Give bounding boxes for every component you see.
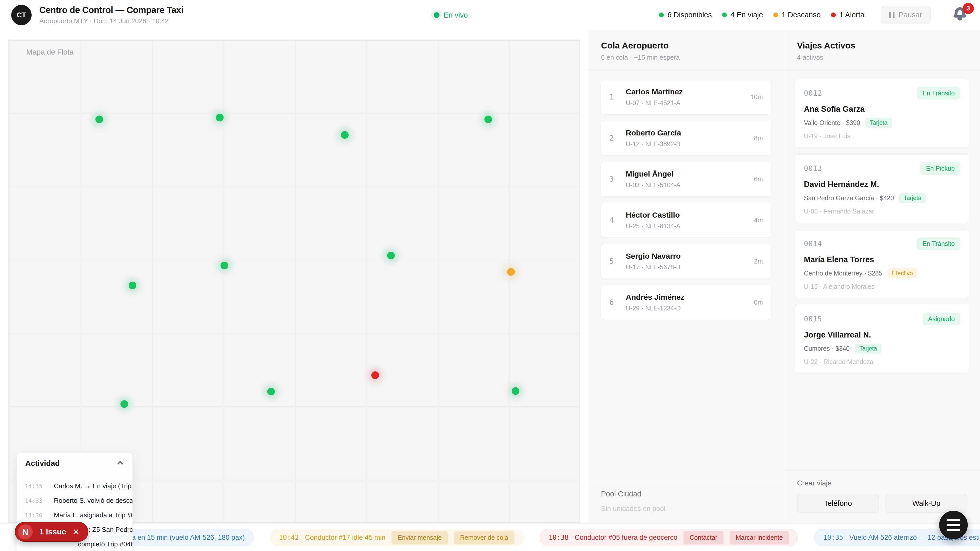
trips-header: Viajes Activos 4 activos xyxy=(784,30,980,70)
fleet-unit-dot[interactable] xyxy=(216,114,224,121)
trip-unit-driver: U-19 · José Luis xyxy=(804,132,960,140)
header: CT Centro de Control — Compare Taxi Aero… xyxy=(0,0,980,30)
activity-time: 14:35 xyxy=(25,483,48,489)
activity-item: 14:35 Carlos M. → En viaje (Trip #048) xyxy=(25,479,125,493)
fleet-unit-dot[interactable] xyxy=(341,131,348,139)
fleet-unit-dot[interactable] xyxy=(267,388,275,395)
payment-badge: Tarjeta xyxy=(865,118,892,128)
status-dot-icon xyxy=(722,13,727,17)
queue-row[interactable]: 1 Carlos Martínez U-07 · NLE-4521-A 10m xyxy=(600,79,772,114)
unit-plate: U-29 · NLE-1234-D xyxy=(626,305,754,312)
fleet-unit-dot[interactable] xyxy=(121,400,128,408)
trip-status-badge: En Pickup xyxy=(920,162,960,175)
trip-id: 0013 xyxy=(804,164,822,173)
activity-item: 14:30 María L. asignada a Trip #047 xyxy=(25,508,125,522)
chevron-up-icon[interactable] xyxy=(116,459,124,468)
stat-alert: 1 Alerta xyxy=(831,11,864,19)
status-dot-icon xyxy=(659,13,664,17)
fleet-unit-dot[interactable] xyxy=(512,387,519,395)
passenger-name: María Elena Torres xyxy=(804,255,960,264)
activity-title: Actividad xyxy=(25,459,60,468)
trip-route-fare: Centro de Monterrey · $285 xyxy=(804,270,882,277)
stat-on-trip: 4 En viaje xyxy=(722,11,763,19)
app-logo: CT xyxy=(11,5,32,25)
driver-name: Roberto García xyxy=(626,129,681,137)
fleet-unit-dot[interactable] xyxy=(387,252,395,259)
trip-unit-driver: U-15 · Alejandro Morales xyxy=(804,283,960,290)
queue-subtitle: 6 en cola · ~15 min espera xyxy=(601,54,771,62)
trip-status-badge: Asignado xyxy=(923,313,960,325)
queue-row[interactable]: 3 Miguel Ángel U-03 · NLE-5104-A 6m xyxy=(600,162,772,197)
driver-name: Andrés Jiménez xyxy=(626,293,684,301)
issues-logo-icon: N xyxy=(18,524,33,539)
queue-row[interactable]: 4 Héctor Castillo U-25 · NLE-8134-A 4m xyxy=(600,203,772,238)
unit-plate: U-03 · NLE-5104-A xyxy=(626,181,754,189)
driver-name: Sergio Navarro xyxy=(626,252,681,260)
menu-fab-button[interactable] xyxy=(939,511,968,539)
queue-row[interactable]: 6 Andrés Jiménez U-29 · NLE-1234-D 0m xyxy=(600,285,772,320)
queue-row[interactable]: 5 Sergio Navarro U-17 · NLE-5678-B 2m xyxy=(600,244,772,279)
alert-chip-geofence[interactable]: 10:38 Conductor #05 fuera de geocerco Co… xyxy=(540,529,798,546)
queue-rank: 1 xyxy=(609,93,626,101)
page-subtitle: Aeropuerto MTY · Dom 14 Jun 2026 · 10:42 xyxy=(39,17,183,25)
mark-incident-button[interactable]: Marcar incidente xyxy=(730,531,789,545)
trip-card[interactable]: 0012 En Tránsito Ana Sofía Garza Valle O… xyxy=(794,79,970,148)
activity-header[interactable]: Actividad xyxy=(17,453,132,474)
pause-label: Pausar xyxy=(899,11,922,19)
alert-time: 10:42 xyxy=(279,534,299,541)
fleet-unit-dot[interactable] xyxy=(484,116,492,123)
alert-chip-idle-driver[interactable]: 10:42 Conductor #17 idle 45 min Enviar m… xyxy=(270,529,523,546)
unit-plate: U-25 · NLE-8134-A xyxy=(626,222,754,230)
contact-button[interactable]: Contactar xyxy=(683,531,723,545)
live-label: En vivo xyxy=(444,11,468,19)
trips-title: Viajes Activos xyxy=(797,41,967,51)
fleet-status-summary: 6 Disponibles 4 En viaje 1 Descanso 1 Al… xyxy=(659,6,969,24)
trip-id: 0014 xyxy=(804,240,822,248)
issues-overlay-pill[interactable]: N 1 Issue ✕ xyxy=(15,522,88,542)
alert-time: 10:35 xyxy=(823,534,843,541)
activity-time: 14:30 xyxy=(25,512,48,519)
wait-time: 10m xyxy=(750,94,763,101)
queue-list: 1 Carlos Martínez U-07 · NLE-4521-A 10m … xyxy=(588,70,784,320)
stat-available: 6 Disponibles xyxy=(659,11,712,19)
fleet-unit-dot[interactable] xyxy=(221,262,228,269)
queue-header: Cola Aeropuerto 6 en cola · ~15 min espe… xyxy=(588,30,784,70)
close-icon[interactable]: ✕ xyxy=(73,527,79,537)
walkup-trip-button[interactable]: Walk-Up xyxy=(886,494,967,513)
ticker-row: Predicción: Alta demanda en 15 min (vuel… xyxy=(42,529,980,546)
driver-name: Miguel Ángel xyxy=(626,170,673,178)
fleet-unit-dot[interactable] xyxy=(507,268,515,276)
wait-time: 6m xyxy=(754,176,763,183)
trip-route-fare: Valle Oriente · $390 xyxy=(804,119,860,127)
send-message-button[interactable]: Enviar mensaje xyxy=(391,531,448,545)
notifications-button[interactable]: 3 xyxy=(953,7,969,23)
city-pool-section: Pool Ciudad Sin unidades en pool xyxy=(588,481,784,524)
page-title: Centro de Control — Compare Taxi xyxy=(39,5,183,15)
stat-label: 4 En viaje xyxy=(730,11,763,19)
fleet-unit-dot[interactable] xyxy=(129,282,136,289)
trip-card[interactable]: 0013 En Pickup David Hernández M. San Pe… xyxy=(794,154,970,223)
stat-label: 1 Alerta xyxy=(839,11,864,19)
trip-unit-driver: U-22 · Ricardo Mendoza xyxy=(804,358,960,365)
fleet-map[interactable]: Mapa de Flota xyxy=(8,40,580,523)
trip-card[interactable]: 0015 Asignado Jorge Villarreal N. Cumbre… xyxy=(794,305,970,373)
phone-trip-button[interactable]: Teléfono xyxy=(797,494,879,513)
create-trip-label: Crear viaje xyxy=(797,479,967,487)
fleet-unit-dot[interactable] xyxy=(95,116,103,123)
header-titles: Centro de Control — Compare Taxi Aeropue… xyxy=(39,5,183,25)
status-dot-icon xyxy=(831,13,836,17)
trip-route-fare: San Pedro Garza García · $420 xyxy=(804,194,894,202)
fleet-unit-dot[interactable] xyxy=(371,372,379,379)
queue-row[interactable]: 2 Roberto García U-12 · NLE-3892-B 8m xyxy=(600,121,772,156)
trip-card[interactable]: 0014 En Tránsito María Elena Torres Cent… xyxy=(794,230,970,298)
queue-rank: 3 xyxy=(609,175,626,183)
trips-list: 0012 En Tránsito Ana Sofía Garza Valle O… xyxy=(784,70,980,373)
activity-text: Roberto S. volvió de descanso xyxy=(54,497,133,505)
passenger-name: Ana Sofía Garza xyxy=(804,105,960,114)
queue-rank: 4 xyxy=(609,216,626,224)
remove-from-queue-button[interactable]: Remover de cola xyxy=(454,531,514,545)
issues-count-label: 1 Issue xyxy=(39,527,66,537)
wait-time: 2m xyxy=(754,258,763,265)
payment-badge: Tarjeta xyxy=(899,193,926,203)
pause-button[interactable]: Pausar xyxy=(881,6,931,24)
